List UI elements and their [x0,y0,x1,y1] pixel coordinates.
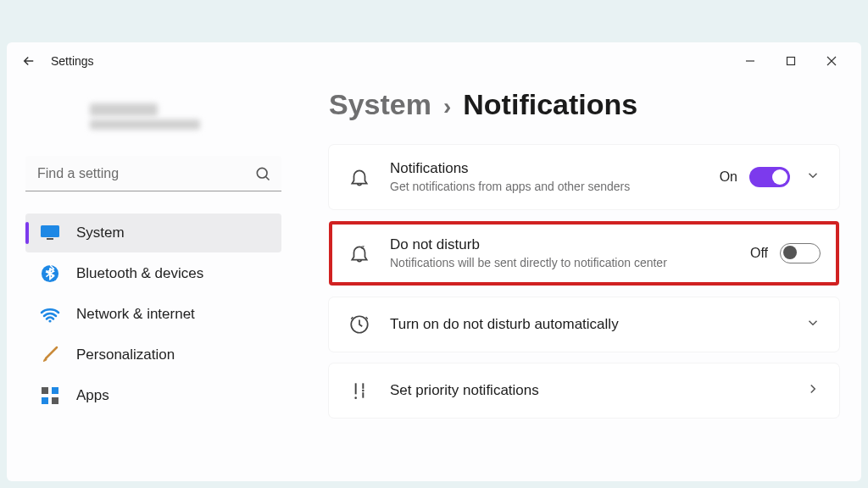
svg-rect-12 [52,397,58,404]
sidebar-item-network[interactable]: Network & internet [25,295,281,334]
svg-point-15 [354,397,357,400]
svg-rect-6 [47,238,53,240]
card-priority[interactable]: Set priority notifications [329,363,839,418]
minimize-button[interactable] [737,48,763,74]
breadcrumb: System › Notifications [329,88,839,121]
priority-icon [348,379,371,402]
bluetooth-icon [39,263,61,285]
card-title: Set priority notifications [390,382,790,399]
sidebar-item-label: Bluetooth & devices [76,265,203,282]
breadcrumb-sep: › [443,93,451,120]
window-controls [737,48,854,74]
back-button[interactable] [14,46,44,76]
card-text: Notifications Get notifications from app… [390,160,720,194]
nav: System Bluetooth & devices Network & int… [25,214,281,415]
sidebar-item-label: Network & internet [76,306,195,323]
apps-icon [39,385,61,407]
chevron-down-icon[interactable] [805,315,821,334]
brush-icon [39,344,61,366]
display-icon [39,222,61,244]
card-text: Do not disturb Notifications will be sen… [390,236,750,270]
card-desc: Get notifications from apps and other se… [390,179,720,194]
sidebar-item-apps[interactable]: Apps [25,376,281,415]
sidebar-item-bluetooth[interactable]: Bluetooth & devices [25,254,281,293]
titlebar: Settings [7,42,861,80]
chevron-down-icon[interactable] [805,168,821,186]
sidebar-item-label: Apps [76,387,109,404]
search-icon [254,165,271,186]
svg-rect-1 [787,58,795,65]
svg-rect-11 [42,397,48,404]
breadcrumb-parent[interactable]: System [329,88,431,121]
sidebar-item-label: Personalization [76,347,175,363]
card-text: Set priority notifications [390,382,790,399]
svg-rect-10 [52,387,58,394]
svg-text:z: z [361,243,364,251]
card-title: Turn on do not disturb automatically [390,316,790,333]
maximize-button[interactable] [778,48,804,74]
svg-point-2 [257,168,267,178]
card-title: Do not disturb [390,236,750,253]
sidebar: System Bluetooth & devices Network & int… [14,80,293,474]
window-title: Settings [51,54,94,68]
card-do-not-disturb[interactable]: z Do not disturb Notifications will be s… [329,221,839,286]
search-input[interactable] [25,156,281,191]
bell-icon [348,165,371,189]
dnd-icon: z [348,241,371,265]
svg-rect-4 [41,225,59,237]
card-notifications[interactable]: Notifications Get notifications from app… [329,145,839,209]
clock-icon [348,313,371,336]
toggle-state: On [720,169,737,185]
chevron-right-icon[interactable] [805,381,821,400]
dnd-toggle[interactable] [780,243,821,263]
account-info[interactable] [25,93,281,139]
window-body: System Bluetooth & devices Network & int… [7,80,861,481]
svg-point-16 [362,390,364,392]
notifications-toggle[interactable] [749,167,790,187]
sidebar-item-system[interactable]: System [25,214,281,252]
wifi-icon [39,303,61,325]
sidebar-item-personalization[interactable]: Personalization [25,336,281,374]
card-title: Notifications [390,160,720,177]
breadcrumb-current: Notifications [463,88,637,121]
toggle-state: Off [750,246,768,261]
card-text: Turn on do not disturb automatically [390,316,790,333]
main-content: System › Notifications Notifications Get… [293,80,854,474]
card-desc: Notifications will be sent directly to n… [390,255,695,270]
svg-rect-9 [42,387,48,394]
close-button[interactable] [819,48,844,74]
svg-point-8 [48,319,51,322]
card-dnd-auto[interactable]: Turn on do not disturb automatically [329,297,839,352]
sidebar-item-label: System [76,225,125,241]
svg-line-3 [266,177,270,180]
settings-window: Settings System [7,42,861,481]
search-wrap [25,156,281,191]
